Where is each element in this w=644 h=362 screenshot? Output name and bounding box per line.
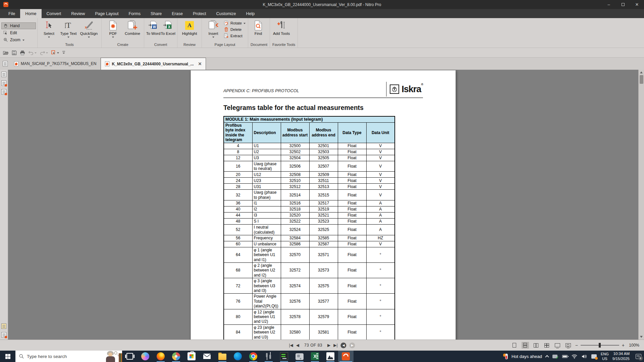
menu-tab-help[interactable]: Help [241, 9, 260, 18]
find-button[interactable]: Find [250, 19, 267, 36]
type-text-button[interactable]: T Type Text [59, 19, 78, 38]
minimize-button[interactable]: – [602, 0, 616, 9]
start-button[interactable] [0, 351, 15, 362]
continuous-view-button[interactable] [522, 342, 529, 349]
redo-caret[interactable] [46, 52, 48, 54]
zoom-dropdown-caret[interactable] [22, 40, 24, 41]
sync-app-icon[interactable] [591, 353, 597, 359]
taskbar-app-store[interactable] [184, 351, 199, 362]
quicksign-button[interactable]: x QuickSign [78, 19, 100, 38]
volume-icon[interactable] [581, 353, 587, 359]
facing-view-button[interactable] [532, 342, 540, 349]
notification-center-button[interactable]: 4 [635, 353, 641, 359]
select-button[interactable]: Select [39, 19, 59, 38]
scroll-down-arrow[interactable] [640, 336, 643, 338]
first-page-button[interactable]: |◀ [289, 343, 293, 348]
single-page-view-button[interactable] [511, 342, 518, 349]
taskbar-app-paint[interactable] [168, 351, 184, 362]
close-button[interactable]: ✕ [630, 0, 644, 9]
menu-tab-customize[interactable]: Customize [211, 9, 241, 18]
to-excel-button[interactable]: X To Excel [161, 19, 175, 36]
security-status-icon[interactable] [552, 353, 558, 359]
taskbar-app-mail[interactable] [199, 351, 215, 362]
comments-panel-icon[interactable] [1, 323, 6, 329]
menu-tab-protect[interactable]: Protect [188, 9, 211, 18]
menu-tab-review[interactable]: Review [66, 9, 90, 18]
undo-caret[interactable] [35, 52, 37, 54]
page-thumbnails-panel-icon[interactable] [1, 72, 6, 77]
tray-expand-chevron-icon[interactable] [545, 355, 549, 359]
add-tools-button[interactable]: Add Tools [272, 19, 291, 36]
weather-text[interactable]: Hot days ahead [512, 354, 542, 359]
attachments-panel-icon[interactable] [1, 89, 6, 95]
fullscreen-width-button[interactable] [565, 342, 572, 349]
taskbar-app-chrome[interactable] [246, 351, 261, 362]
next-page-button[interactable]: ▶ [327, 343, 330, 348]
pages-panel-toggle[interactable] [0, 58, 10, 70]
zoom-slider-thumb[interactable] [599, 343, 601, 348]
hand-tool-button[interactable]: Hand [1, 22, 36, 29]
taskbar-app-nitro[interactable] [338, 351, 354, 362]
taskbar-app-excel[interactable]: X [307, 351, 323, 362]
menu-tab-forms[interactable]: Forms [123, 9, 145, 18]
maximize-button[interactable] [616, 0, 630, 9]
zoom-slider[interactable] [581, 345, 619, 346]
select-tool-quick-button[interactable] [51, 50, 59, 55]
create-pdf-button[interactable]: PDF [103, 19, 123, 38]
taskbar-app-firefox[interactable] [153, 351, 168, 362]
delete-button[interactable]: Delete [224, 27, 246, 32]
edit-tool-button[interactable]: Edit [1, 29, 36, 36]
taskbar-app-terminal-tool[interactable] [276, 351, 292, 362]
document-tab-2[interactable]: K_MC3x0x_GB_22444000_Usersmanual_... ✕ [101, 58, 206, 70]
customize-toolbar-button[interactable] [62, 51, 65, 55]
battery-icon[interactable] [562, 353, 568, 359]
undo-button[interactable] [28, 50, 37, 55]
quicksign-caret[interactable] [88, 37, 90, 38]
vertical-scrollbar[interactable] [638, 70, 644, 340]
select-tool-quick-caret[interactable] [57, 52, 59, 54]
multi-page-view-button[interactable] [543, 342, 550, 349]
clock[interactable]: 10:34 AM 9/15/2025 [612, 351, 630, 361]
save-button[interactable] [12, 50, 17, 55]
tab-close-icon[interactable]: ✕ [198, 61, 202, 66]
menu-tab-page-layout[interactable]: Page Layout [90, 9, 123, 18]
menu-tab-file[interactable]: File [3, 9, 20, 18]
scrollbar-thumb[interactable] [640, 75, 643, 84]
combine-button[interactable]: Combine [123, 19, 142, 36]
taskbar-app-audio-tool[interactable] [261, 351, 276, 362]
create-pdf-caret[interactable] [112, 37, 114, 38]
signatures-panel-icon[interactable] [1, 80, 6, 86]
scroll-up-arrow[interactable] [640, 71, 643, 73]
type-text-caret[interactable] [67, 37, 69, 38]
highlight-button[interactable]: A Highlight [179, 19, 200, 36]
zoom-out-button[interactable]: − [575, 343, 578, 348]
sound-panel-icon[interactable] [1, 332, 6, 338]
menu-tab-erase[interactable]: Erase [167, 9, 188, 18]
to-word-button[interactable]: W To Word [146, 19, 161, 36]
taskbar-app-explorer[interactable] [215, 351, 230, 362]
pdf-viewer-canvas[interactable]: APPENDIX C: PROFIBUS PROTOCOL Iskra® Tel… [8, 70, 638, 340]
taskbar-app-edge[interactable] [230, 351, 246, 362]
select-caret[interactable] [48, 37, 50, 38]
search-highlight-portrait[interactable] [105, 351, 122, 362]
taskbar-app-modeling-tool[interactable] [292, 351, 307, 362]
taskbar-app-copilot[interactable] [138, 351, 153, 362]
fullscreen-page-button[interactable] [554, 342, 561, 349]
task-view-button[interactable] [122, 351, 138, 362]
menu-tab-convert[interactable]: Convert [42, 9, 66, 18]
print-button[interactable] [20, 50, 25, 55]
previous-page-button[interactable]: ◀ [296, 343, 299, 348]
zoom-tool-button[interactable]: Zoom [1, 37, 36, 43]
insert-button[interactable]: Insert [204, 19, 223, 38]
rotate-caret[interactable] [244, 23, 246, 24]
history-back-button[interactable]: ◀ [341, 343, 346, 348]
insert-caret[interactable] [212, 37, 214, 38]
menu-tab-share[interactable]: Share [146, 9, 167, 18]
redo-button[interactable] [40, 50, 48, 55]
zoom-in-button[interactable]: + [622, 343, 625, 348]
history-forward-button[interactable]: ▶ [350, 343, 355, 348]
wifi-icon[interactable] [572, 353, 578, 359]
last-page-button[interactable]: ▶| [333, 343, 337, 348]
taskbar-app-photos[interactable] [323, 351, 338, 362]
menu-tab-home[interactable]: Home [20, 9, 41, 18]
